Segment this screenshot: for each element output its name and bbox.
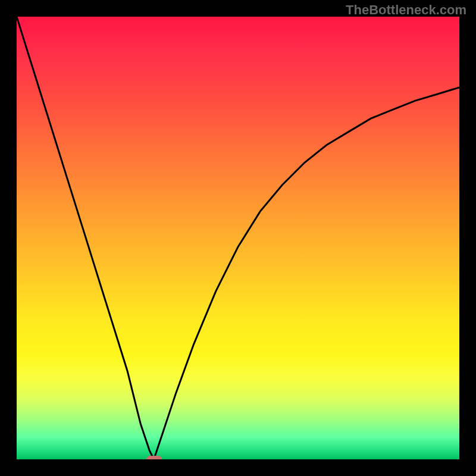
watermark-text: TheBottleneck.com — [346, 2, 466, 18]
curve-path — [17, 17, 459, 459]
curve-svg — [17, 17, 459, 459]
plot-area — [17, 17, 459, 459]
min-marker — [146, 456, 162, 459]
